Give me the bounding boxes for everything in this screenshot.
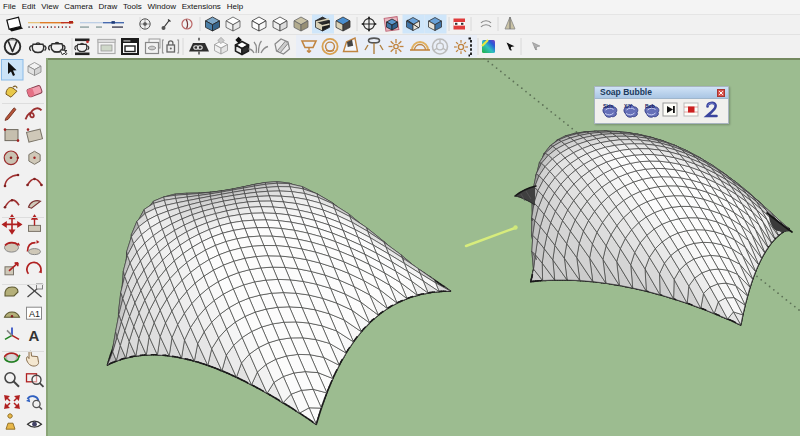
svg-text:Skin: Skin: [603, 103, 614, 109]
svg-text:X/Y: X/Y: [624, 103, 633, 109]
svg-text:A1: A1: [29, 309, 40, 319]
svg-text:A: A: [29, 327, 40, 344]
svg-text:Bub: Bub: [645, 103, 655, 109]
